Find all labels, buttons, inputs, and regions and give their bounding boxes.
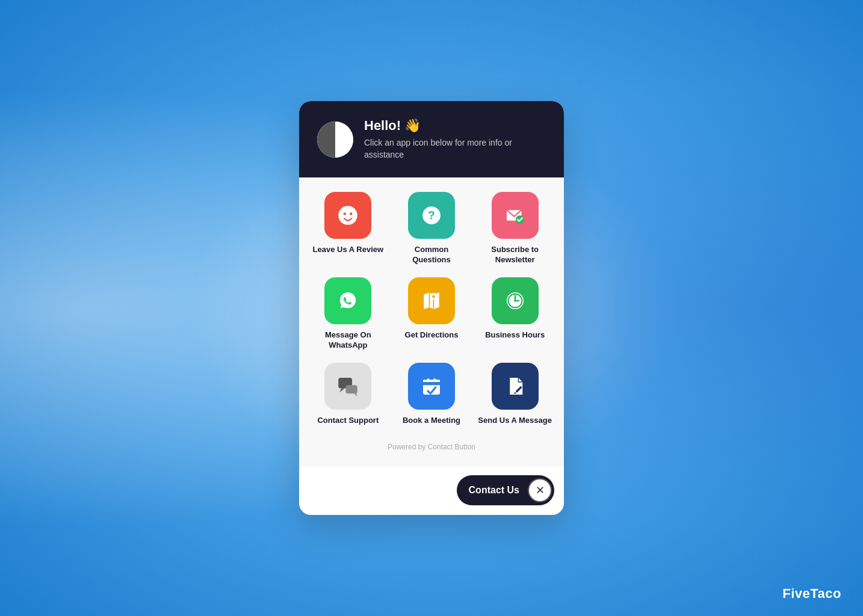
contact-us-label: Contact Us <box>469 485 528 496</box>
common-questions-label: Common Questions <box>395 245 469 265</box>
contact-us-pill[interactable]: Contact Us ✕ <box>457 475 554 505</box>
book-meeting-icon <box>408 363 455 410</box>
svg-rect-26 <box>423 382 440 385</box>
svg-point-18 <box>514 300 516 302</box>
get-directions-icon <box>408 277 455 324</box>
close-icon: ✕ <box>536 484 545 497</box>
svg-rect-21 <box>346 385 357 393</box>
app-send-message[interactable]: Send Us A Message <box>478 363 552 426</box>
apps-grid: Leave Us A Review ? Common Questions <box>311 192 552 425</box>
widget-footer: Contact Us ✕ <box>299 467 564 515</box>
header-title: Hello! 👋 <box>364 118 546 134</box>
svg-point-0 <box>339 206 358 226</box>
app-book-meeting[interactable]: Book a Meeting <box>395 363 469 426</box>
send-message-label: Send Us A Message <box>478 416 552 426</box>
svg-marker-22 <box>354 393 357 396</box>
contact-support-label: Contact Support <box>317 416 379 426</box>
app-whatsapp[interactable]: Message On WhatsApp <box>311 277 385 351</box>
common-questions-icon: ? <box>408 192 455 239</box>
svg-marker-20 <box>339 388 345 392</box>
svg-rect-27 <box>427 378 430 382</box>
widget-header: Hello! 👋 Click an app icon below for mor… <box>299 101 564 177</box>
leave-review-label: Leave Us A Review <box>313 245 384 255</box>
send-message-icon <box>492 363 539 410</box>
avatar <box>317 122 353 158</box>
header-subtitle: Click an app icon below for more info or… <box>364 137 546 161</box>
widget-body: Leave Us A Review ? Common Questions <box>299 177 564 466</box>
app-common-questions[interactable]: ? Common Questions <box>395 192 469 265</box>
app-contact-support[interactable]: Contact Support <box>311 363 385 426</box>
subscribe-newsletter-icon <box>492 192 539 239</box>
widget-container: Hello! 👋 Click an app icon below for mor… <box>299 101 564 515</box>
business-hours-label: Business Hours <box>485 330 545 340</box>
powered-by: Powered by Contact Button <box>311 438 552 455</box>
get-directions-label: Get Directions <box>405 330 459 340</box>
svg-text:?: ? <box>428 209 435 221</box>
fivetaco-brand: FiveTaco <box>782 586 841 602</box>
app-business-hours[interactable]: Business Hours <box>478 277 552 351</box>
book-meeting-label: Book a Meeting <box>403 416 460 426</box>
app-get-directions[interactable]: Get Directions <box>395 277 469 351</box>
leave-review-icon <box>324 192 371 239</box>
subscribe-newsletter-label: Subscribe to Newsletter <box>478 245 552 265</box>
whatsapp-icon <box>324 277 371 324</box>
svg-rect-28 <box>433 378 436 382</box>
close-button[interactable]: ✕ <box>528 478 552 502</box>
svg-point-13 <box>432 295 435 298</box>
contact-support-icon <box>324 363 371 410</box>
business-hours-icon <box>492 277 539 324</box>
header-text: Hello! 👋 Click an app icon below for mor… <box>364 118 546 161</box>
app-subscribe-newsletter[interactable]: Subscribe to Newsletter <box>478 192 552 265</box>
whatsapp-label: Message On WhatsApp <box>311 330 385 351</box>
app-leave-review[interactable]: Leave Us A Review <box>311 192 385 265</box>
